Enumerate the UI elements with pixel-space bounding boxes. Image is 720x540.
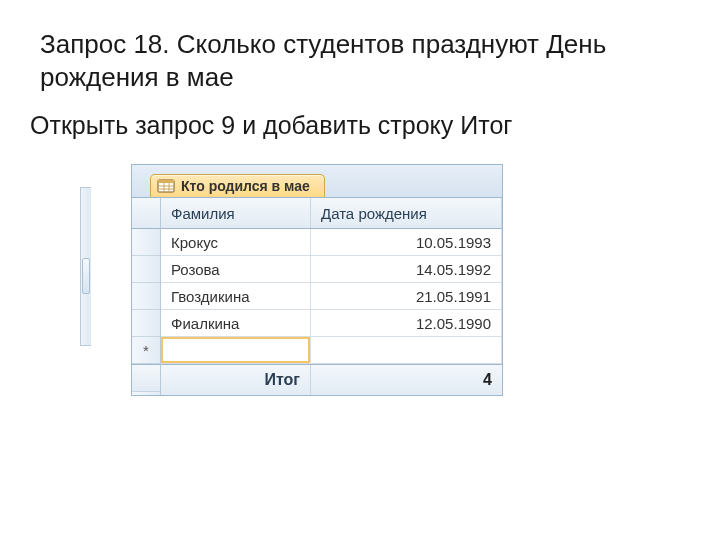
new-row[interactable]: [161, 337, 502, 364]
table-row[interactable]: Фиалкина 12.05.1990: [161, 310, 502, 337]
col-header-surname[interactable]: Фамилия: [161, 198, 311, 228]
new-row-header[interactable]: *: [132, 337, 160, 364]
column-headers: Фамилия Дата рождения: [161, 198, 502, 229]
total-row-header: [132, 364, 160, 392]
cell-birthdate[interactable]: 14.05.1992: [311, 256, 502, 282]
new-cell-surname[interactable]: [161, 337, 311, 363]
row-header-column: *: [132, 198, 161, 395]
cell-birthdate[interactable]: 21.05.1991: [311, 283, 502, 309]
row-header[interactable]: [132, 310, 160, 337]
query-tab[interactable]: Кто родился в мае: [150, 174, 325, 197]
datasheet-grid: * Фамилия Дата рождения Крокус 10.05.199…: [132, 198, 502, 395]
cell-birthdate[interactable]: 10.05.1993: [311, 229, 502, 255]
row-header[interactable]: [132, 283, 160, 310]
cell-surname[interactable]: Розова: [161, 256, 311, 282]
table-row[interactable]: Крокус 10.05.1993: [161, 229, 502, 256]
svg-rect-1: [158, 180, 174, 183]
datasheet-icon: [157, 178, 175, 194]
slide-subtitle: Открыть запрос 9 и добавить строку Итог: [30, 111, 680, 140]
cell-surname[interactable]: Гвоздикина: [161, 283, 311, 309]
row-header[interactable]: [132, 229, 160, 256]
total-value: 4: [311, 365, 502, 395]
row-header[interactable]: [132, 256, 160, 283]
total-label: Итог: [161, 365, 311, 395]
selectall-corner[interactable]: [132, 198, 160, 229]
tab-bar: Кто родился в мае: [132, 165, 502, 198]
col-header-birthdate[interactable]: Дата рождения: [311, 198, 502, 228]
tab-label: Кто родился в мае: [181, 178, 310, 194]
vertical-scrollbar[interactable]: [80, 187, 91, 346]
new-cell-birthdate[interactable]: [311, 337, 502, 363]
slide-title: Запрос 18. Сколько студентов празднуют Д…: [40, 28, 680, 93]
total-row: Итог 4: [161, 364, 502, 395]
table-row[interactable]: Гвоздикина 21.05.1991: [161, 283, 502, 310]
cell-surname[interactable]: Крокус: [161, 229, 311, 255]
cell-surname[interactable]: Фиалкина: [161, 310, 311, 336]
cell-birthdate[interactable]: 12.05.1990: [311, 310, 502, 336]
access-screenshot: Кто родился в мае * Фамилия Дата рожд: [80, 164, 680, 396]
table-row[interactable]: Розова 14.05.1992: [161, 256, 502, 283]
